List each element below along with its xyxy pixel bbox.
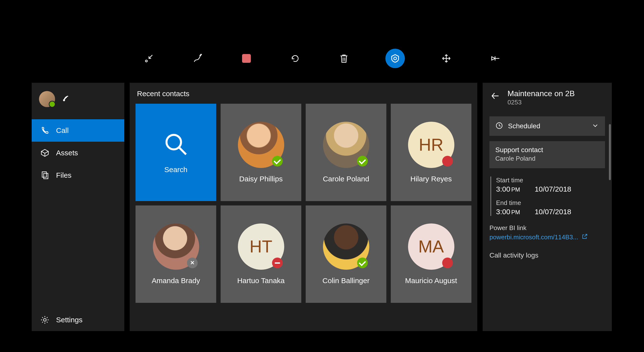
gear-icon (40, 315, 50, 325)
phone-icon (40, 126, 50, 135)
sidebar-item-settings[interactable]: Settings (32, 309, 124, 331)
contact-tile[interactable]: HRHilary Reyes (391, 104, 472, 201)
search-tile[interactable]: Search (136, 104, 216, 201)
svg-point-6 (166, 135, 181, 150)
presence-badge (272, 156, 283, 167)
sidebar-item-assets[interactable]: Assets (32, 142, 124, 164)
contact-avatar (323, 223, 369, 270)
sidebar-item-label: Files (56, 171, 72, 179)
top-toolbar (0, 46, 644, 71)
sidebar-item-files[interactable]: Files (32, 164, 124, 186)
contact-avatar (153, 223, 199, 270)
end-date-value: 10/07/2018 (534, 208, 571, 216)
detail-title: Maintenance on 2B (508, 89, 575, 98)
presence-badge (187, 258, 198, 268)
status-label: Scheduled (508, 122, 586, 130)
app-stage: Call Assets Files (0, 0, 644, 352)
activity-logs-heading: Call activity logs (490, 251, 605, 259)
search-icon (162, 131, 190, 159)
svg-point-5 (44, 318, 46, 321)
sidebar-item-label: Settings (56, 316, 82, 324)
contact-name: Hartuo Tanaka (237, 277, 285, 285)
detail-panel: Maintenance on 2B 0253 Scheduled Support… (483, 83, 612, 331)
user-avatar[interactable] (39, 91, 55, 107)
end-time-label: End time (496, 199, 605, 207)
svg-point-1 (394, 57, 396, 60)
section-heading: Recent contacts (137, 90, 472, 98)
presence-badge (357, 156, 368, 167)
scrollbar[interactable] (609, 124, 611, 180)
files-icon (40, 171, 50, 180)
presence-badge (357, 258, 368, 268)
sidebar: Call Assets Files (32, 83, 124, 331)
start-date-value: 10/07/2018 (534, 185, 571, 193)
svg-rect-4 (44, 173, 48, 179)
support-contact-card[interactable]: Support contact Carole Poland (490, 141, 605, 168)
move-icon[interactable] (439, 51, 454, 66)
support-contact-label: Support contact (495, 146, 599, 154)
sidebar-item-call[interactable]: Call (32, 119, 124, 142)
main-panel: Recent contacts Search Daisy PhillipsCar… (130, 83, 477, 331)
link-text: powerbi.microsoft.com/114B3... (490, 233, 578, 241)
end-time-value: 3:00PM (496, 208, 520, 216)
assist-icon[interactable] (386, 49, 405, 68)
contact-name: Hilary Reyes (410, 175, 452, 183)
contact-name: Mauricio August (405, 277, 457, 285)
contact-tile[interactable]: Amanda Brady (136, 205, 216, 303)
presence-badge (272, 258, 283, 268)
powerbi-link-label: Power BI link (490, 224, 605, 232)
contact-avatar: HR (408, 122, 454, 168)
clock-icon (495, 122, 503, 131)
start-time-value: 3:00PM (496, 185, 520, 193)
contact-avatar: MA (408, 223, 454, 270)
svg-point-2 (64, 100, 64, 101)
minimize-icon[interactable] (142, 51, 156, 66)
box-icon (40, 148, 50, 158)
contact-avatar (238, 122, 284, 168)
contact-name: Daisy Phillips (239, 175, 282, 183)
powerbi-link[interactable]: powerbi.microsoft.com/114B3... (490, 233, 605, 241)
svg-point-0 (146, 60, 148, 62)
start-time-label: Start time (496, 176, 605, 184)
contact-tile[interactable]: HTHartuo Tanaka (220, 205, 301, 303)
presence-badge (442, 156, 453, 167)
detail-header: Maintenance on 2B 0253 (490, 89, 605, 106)
contact-name: Colin Ballinger (322, 277, 370, 285)
detail-id: 0253 (508, 99, 575, 106)
back-button[interactable] (490, 90, 501, 102)
schedule-times: Start time 3:00PM 10/07/2018 End time 3:… (490, 176, 605, 216)
open-external-icon (582, 233, 588, 241)
presence-badge (442, 258, 453, 268)
stop-record-icon[interactable] (239, 51, 254, 66)
app-window: Call Assets Files (32, 83, 612, 331)
contact-name: Carole Poland (323, 175, 369, 183)
contact-name: Amanda Brady (152, 277, 200, 285)
search-label: Search (164, 166, 188, 174)
contact-tile[interactable]: Daisy Phillips (220, 104, 301, 201)
profile-row (32, 89, 124, 119)
sidebar-item-label: Call (56, 126, 69, 135)
svg-rect-3 (42, 172, 46, 177)
delete-icon[interactable] (337, 51, 351, 66)
sidebar-item-label: Assets (56, 149, 78, 157)
pin-icon[interactable] (488, 51, 502, 66)
contacts-grid: Search Daisy PhillipsCarole PolandHRHila… (136, 104, 472, 303)
undo-icon[interactable] (288, 51, 302, 66)
chevron-down-icon (591, 122, 599, 131)
status-dropdown[interactable]: Scheduled (490, 116, 605, 136)
contact-avatar (323, 122, 369, 168)
contact-tile[interactable]: MAMauricio August (391, 205, 472, 303)
wifi-icon (62, 94, 72, 104)
contact-avatar: HT (238, 223, 284, 270)
contact-tile[interactable]: Colin Ballinger (306, 205, 386, 303)
contact-tile[interactable]: Carole Poland (306, 104, 386, 201)
ink-icon[interactable] (190, 51, 205, 66)
support-contact-name: Carole Poland (495, 155, 599, 162)
